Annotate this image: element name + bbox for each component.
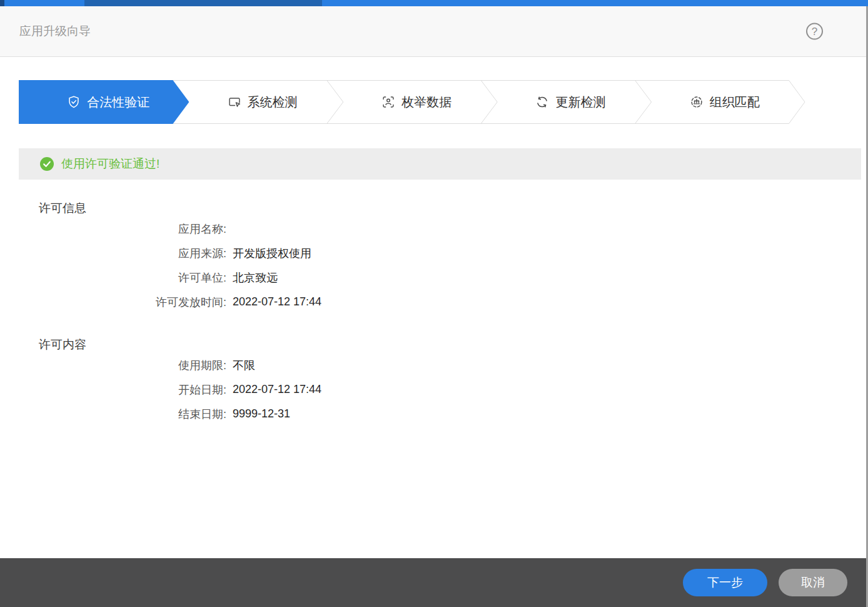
row-end-date: 结束日期: 9999-12-31 [0,402,625,426]
field-label: 许可单位: [0,270,226,285]
step-organization-match[interactable]: 组织匹配 [648,80,802,124]
field-label: 开始日期: [0,382,226,397]
browser-top-strip [0,0,868,6]
browser-strip-left-segment [0,0,4,6]
browser-tab-strip-segment [84,0,322,6]
monitor-click-icon [228,95,241,109]
license-info-rows: 应用名称: 应用来源: 开发版授权使用 许可单位: 北京致远 许可发放时间: 2… [0,217,625,314]
shield-check-icon [67,95,81,109]
help-circle-icon[interactable]: ? [806,23,823,40]
row-license-unit: 许可单位: 北京致远 [0,265,625,290]
row-app-name: 应用名称: [0,217,625,241]
step-system-detection[interactable]: 系统检测 [185,80,339,124]
person-scan-icon [381,95,395,109]
step-label: 组织匹配 [710,94,760,111]
next-step-button[interactable]: 下一步 [683,569,767,596]
field-value: 9999-12-31 [233,407,290,421]
license-content-heading: 许可内容 [39,337,86,353]
check-circle-icon [40,157,54,171]
field-label: 应用名称: [0,222,226,237]
step-update-detection[interactable]: 更新检测 [493,80,647,124]
field-value: 不限 [233,358,255,373]
step-enumerate-data[interactable]: 枚举数据 [340,80,493,124]
field-label: 应用来源: [0,246,226,261]
license-content-rows: 使用期限: 不限 开始日期: 2022-07-12 17:44 结束日期: 99… [0,353,625,426]
status-message-bar: 使用许可验证通过! [19,148,861,180]
wizard-stepper: 合法性验证 系统检测 [19,80,805,124]
wizard-footer: 下一步 取消 [0,558,868,607]
status-message-text: 使用许可验证通过! [61,156,159,172]
row-license-issue-time: 许可发放时间: 2022-07-12 17:44 [0,290,625,314]
field-label: 结束日期: [0,407,226,422]
upgrade-wizard-window: 应用升级向导 ? 合法性验证 [0,0,868,607]
row-app-source: 应用来源: 开发版授权使用 [0,241,625,265]
step-legality-verification[interactable]: 合法性验证 [31,80,185,124]
field-label: 使用期限: [0,358,226,373]
row-usage-period: 使用期限: 不限 [0,353,625,377]
field-value: 北京致远 [233,270,278,285]
cancel-button[interactable]: 取消 [779,569,847,596]
step-label: 系统检测 [248,94,298,111]
refresh-icon [535,95,549,109]
step-label: 枚举数据 [401,94,452,111]
row-start-date: 开始日期: 2022-07-12 17:44 [0,377,625,402]
step-label: 合法性验证 [87,94,149,111]
field-label: 许可发放时间: [0,295,226,310]
wizard-header: 应用升级向导 ? [0,6,868,57]
org-match-icon [690,95,704,109]
field-value: 2022-07-12 17:44 [233,383,321,396]
field-value: 2022-07-12 17:44 [233,295,321,309]
license-info-heading: 许可信息 [39,200,86,217]
field-value: 开发版授权使用 [233,246,311,261]
step-label: 更新检测 [555,94,605,111]
page-title: 应用升级向导 [19,23,91,39]
